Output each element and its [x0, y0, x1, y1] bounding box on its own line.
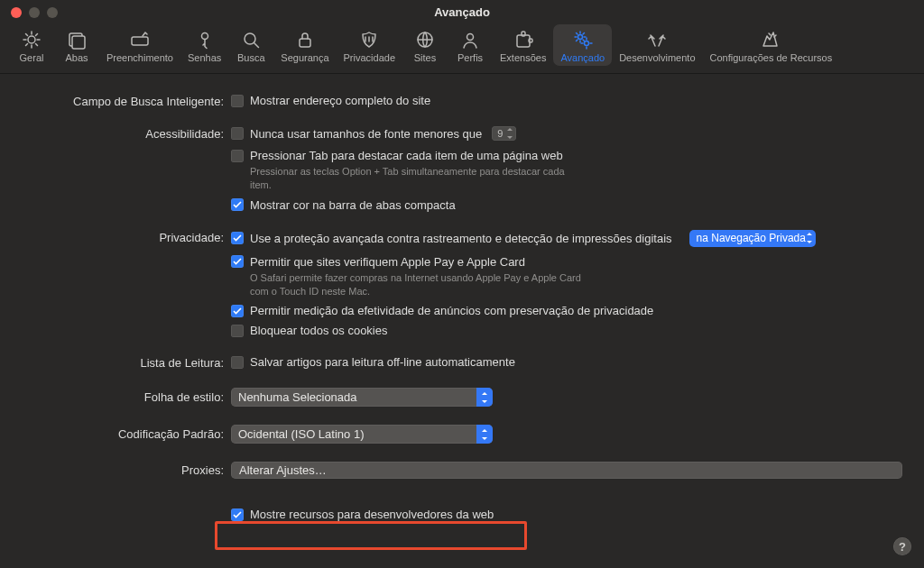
- min-font-size-label: Nunca usar tamanhos de fonte menores que: [250, 127, 482, 141]
- toolbar-tab-label: Perfis: [457, 52, 483, 63]
- toolbar-tab-label: Abas: [65, 52, 88, 63]
- toolbar-tab-features[interactable]: Configurações de Recursos: [703, 24, 840, 66]
- toolbar-tab-extensions[interactable]: Extensões: [493, 24, 553, 66]
- extensions-icon: [513, 28, 533, 51]
- toolbar-tab-label: Senhas: [188, 52, 221, 63]
- svg-point-4: [201, 33, 208, 40]
- privacy-icon: [359, 28, 379, 51]
- default-encoding-section-label: Codificação Padrão:: [22, 425, 231, 441]
- reading-list-offline-checkbox[interactable]: [231, 356, 244, 369]
- svg-rect-9: [517, 35, 530, 47]
- window-title: Avançado: [0, 5, 924, 19]
- tab-highlight-label: Pressionar Tab para destacar cada item d…: [250, 149, 563, 162]
- svg-point-0: [28, 36, 35, 43]
- general-icon: [22, 28, 42, 51]
- preferences-toolbar: GeralAbasPreenchimentoSenhasBuscaSeguran…: [0, 24, 924, 74]
- security-icon: [295, 28, 315, 51]
- toolbar-tab-label: Segurança: [281, 52, 328, 63]
- tab-highlight-checkbox[interactable]: [231, 150, 244, 162]
- default-encoding-select[interactable]: Ocidental (ISO Latino 1): [231, 425, 493, 444]
- toolbar-tab-websites[interactable]: Sites: [402, 24, 448, 66]
- toolbar-tab-privacy[interactable]: Privacidade: [337, 24, 402, 66]
- show-full-url-checkbox[interactable]: [231, 95, 244, 107]
- websites-icon: [415, 28, 435, 51]
- advanced-icon: [573, 28, 593, 51]
- smart-search-field-label: Campo de Busca Inteligente:: [22, 94, 231, 108]
- svg-point-8: [467, 34, 474, 41]
- min-font-size-stepper[interactable]: 9: [492, 126, 516, 141]
- toolbar-tab-advanced[interactable]: Avançado: [553, 24, 612, 66]
- show-develop-features-checkbox[interactable]: [231, 508, 244, 521]
- tabs-icon: [67, 28, 87, 51]
- toolbar-tab-passwords[interactable]: Senhas: [180, 24, 228, 66]
- show-full-url-label: Mostrar endereço completo do site: [250, 94, 430, 107]
- chevron-up-down-icon: [806, 233, 813, 243]
- toolbar-tab-label: Privacidade: [344, 52, 395, 63]
- toolbar-tab-search[interactable]: Busca: [228, 24, 273, 66]
- stylesheet-section-label: Folha de estilo:: [22, 388, 231, 404]
- block-cookies-label: Bloquear todos os cookies: [250, 324, 387, 337]
- chevron-up-down-icon: [481, 392, 488, 403]
- features-icon: [761, 28, 781, 51]
- compact-tab-color-checkbox[interactable]: [231, 198, 244, 211]
- apple-pay-check-checkbox[interactable]: [231, 255, 244, 268]
- svg-point-12: [578, 35, 582, 40]
- proxies-section-label: Proxies:: [22, 462, 231, 477]
- toolbar-tab-label: Sites: [414, 52, 436, 63]
- accessibility-section-label: Acessibilidade:: [22, 126, 231, 141]
- toolbar-tab-label: Extensões: [500, 52, 546, 63]
- annotation-highlight: [215, 521, 527, 550]
- fingerprint-protection-mode-select[interactable]: na Navegação Privada: [689, 230, 816, 247]
- apple-pay-check-label: Permitir que sites verifiquem Apple Pay …: [250, 255, 525, 269]
- toolbar-tab-profiles[interactable]: Perfis: [448, 24, 493, 66]
- apple-pay-check-help: O Safari permite fazer compras na Intern…: [250, 271, 584, 298]
- develop-icon: [647, 28, 667, 51]
- chevron-up-down-icon: [481, 429, 488, 440]
- stylesheet-select[interactable]: Nenhuma Selecionada: [231, 388, 493, 407]
- help-button[interactable]: ?: [893, 537, 911, 555]
- fingerprint-protection-label: Use a proteção avançada contra rastreame…: [250, 232, 672, 245]
- change-proxy-settings-button[interactable]: Alterar Ajustes…: [231, 462, 902, 479]
- toolbar-tab-security[interactable]: Segurança: [273, 24, 336, 66]
- toolbar-tab-label: Avançado: [560, 52, 605, 63]
- search-icon: [241, 28, 261, 51]
- chevron-up-down-icon: [506, 128, 513, 139]
- privacy-section-label: Privacidade:: [22, 230, 231, 244]
- ad-measurement-label: Permitir medição da efetividade de anúnc…: [250, 304, 653, 317]
- toolbar-tab-label: Geral: [20, 52, 44, 63]
- fingerprint-protection-checkbox[interactable]: [231, 232, 244, 244]
- block-cookies-checkbox[interactable]: [231, 325, 244, 337]
- min-font-size-checkbox[interactable]: [231, 127, 244, 140]
- advanced-settings-pane: Campo de Busca Inteligente: Mostrar ende…: [0, 74, 924, 521]
- svg-point-13: [584, 41, 588, 46]
- passwords-icon: [195, 28, 215, 51]
- profiles-icon: [460, 28, 480, 51]
- reading-list-section-label: Lista de Leitura:: [22, 355, 231, 370]
- toolbar-tab-autofill[interactable]: Preenchimento: [99, 24, 180, 66]
- reading-list-offline-label: Salvar artigos para leitura off-line aut…: [250, 355, 515, 369]
- toolbar-tab-label: Configurações de Recursos: [710, 52, 833, 63]
- toolbar-tab-tabs[interactable]: Abas: [54, 24, 99, 66]
- autofill-icon: [130, 28, 150, 51]
- toolbar-tab-label: Busca: [237, 52, 265, 63]
- toolbar-tab-label: Desenvolvimento: [619, 52, 695, 63]
- toolbar-tab-label: Preenchimento: [106, 52, 173, 63]
- svg-rect-6: [300, 39, 310, 47]
- toolbar-tab-general[interactable]: Geral: [9, 24, 54, 66]
- title-bar: Avançado: [0, 0, 924, 24]
- svg-rect-11: [529, 39, 532, 42]
- svg-rect-3: [132, 37, 148, 45]
- svg-rect-10: [522, 32, 525, 36]
- ad-measurement-checkbox[interactable]: [231, 305, 244, 317]
- toolbar-tab-develop[interactable]: Desenvolvimento: [612, 24, 702, 66]
- svg-rect-2: [72, 36, 85, 49]
- show-develop-features-label: Mostre recursos para desenvolvedores da …: [250, 508, 494, 521]
- compact-tab-color-label: Mostrar cor na barra de abas compacta: [250, 198, 456, 212]
- tab-highlight-help: Pressionar as teclas Option + Tab simult…: [250, 165, 584, 192]
